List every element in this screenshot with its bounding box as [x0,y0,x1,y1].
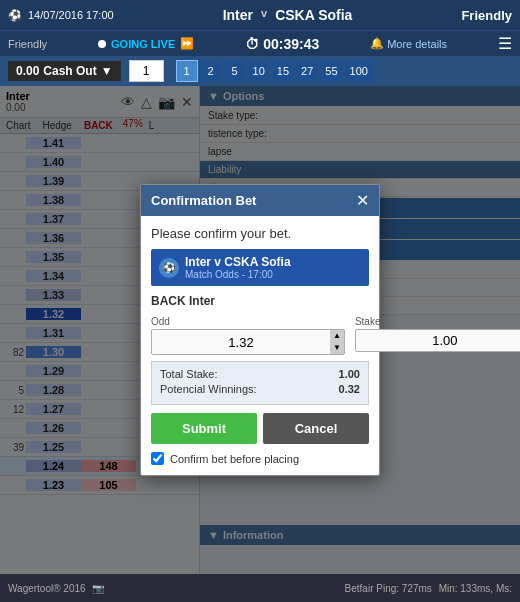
modal-title: Confirmation Bet [151,193,256,208]
cancel-button[interactable]: Cancel [263,413,369,444]
camera-status-icon[interactable]: 📷 [92,583,104,594]
match-details: Inter v CSKA Sofia Match Odds - 17:00 [185,255,291,280]
top-bar: ⚽ 14/07/2016 17:00 Inter v CSKA Sofia Fr… [0,0,520,30]
stake-label: Stake [355,316,520,327]
odd-up-button[interactable]: ▲ [330,330,344,342]
modal-close-button[interactable]: ✕ [356,191,369,210]
modal-overlay: Confirmation Bet ✕ Please confirm your b… [0,86,520,574]
toolbar: 0.00 Cash Out ▼ 1 2 5 10 15 27 55 100 [0,56,520,86]
cash-out-button[interactable]: 0.00 Cash Out ▼ [8,61,121,81]
totals-section: Total Stake: 1.00 Potencial Winnings: 0.… [151,361,369,405]
odd-down-button[interactable]: ▼ [330,342,344,354]
stake-27-button[interactable]: 27 [296,60,318,82]
match-type-area: Friendly [461,8,512,23]
total-stake-value: 1.00 [339,368,360,380]
second-bar: Friendly GOING LIVE ⏩ ⏱ 00:39:43 🔔 More … [0,30,520,56]
stake-100-button[interactable]: 100 [345,60,373,82]
match-sport-icon: ⚽ [159,258,179,278]
hamburger-icon[interactable]: ☰ [498,34,512,53]
timer-icon: ⏱ [245,36,259,52]
odd-stake-row: Odd ▲ ▼ Stake [151,316,369,355]
cash-out-label: Cash Out [43,64,96,78]
confirm-check-label: Confirm bet before placing [170,453,299,465]
calendar-icon: ⚽ [8,9,22,22]
confirm-text: Please confirm your bet. [151,226,369,241]
stake-buttons: 1 2 5 10 15 27 55 100 [176,60,373,82]
dropdown-arrow-icon: ▼ [101,64,113,78]
odd-label: Odd [151,316,345,327]
stake-1-button[interactable]: 1 [176,60,198,82]
total-stake-label: Total Stake: [160,368,217,380]
stake-field-group: Stake [355,316,520,355]
stake-5-button[interactable]: 5 [224,60,246,82]
confirm-check-input[interactable] [151,452,164,465]
total-stake-row: Total Stake: 1.00 [160,368,360,380]
confirmation-modal: Confirmation Bet ✕ Please confirm your b… [140,184,380,476]
stake-input-wrap [355,329,520,352]
bell-icon: 🔔 [370,37,384,50]
more-details-link[interactable]: 🔔 More details [370,37,447,50]
back-label: BACK Inter [151,294,369,308]
stake-2-button[interactable]: 2 [200,60,222,82]
match-name: Inter v CSKA Sofia [185,255,291,269]
stake-input[interactable] [129,60,164,82]
live-label: GOING LIVE [111,38,175,50]
cash-out-value: 0.00 [16,64,39,78]
stake-10-button[interactable]: 10 [248,60,270,82]
match-sub: Match Odds - 17:00 [185,269,291,280]
team2-name: CSKA Sofia [275,7,352,23]
min-label: Min: [439,583,458,594]
modal-header: Confirmation Bet ✕ [141,185,379,216]
match-type: Friendly [461,8,512,23]
actions-row: Submit Cancel [151,413,369,444]
date-time: 14/07/2016 17:00 [28,9,114,21]
status-right: Betfair Ping: 727ms Min: 133ms, Ms: [345,583,512,594]
brand-label: Wagertool® 2016 [8,583,86,594]
more-details-text: More details [387,38,447,50]
going-live: GOING LIVE ⏩ [98,37,194,50]
live-dot [98,40,106,48]
ping-label: Betfair Ping: [345,583,399,594]
main-content: Inter 0.00 👁 △ 📷 ✕ Chart Hedge BACK 47% … [0,86,520,574]
timer-value: 00:39:43 [263,36,319,52]
match-title: Inter v CSKA Sofia [223,7,353,23]
min-value: 133ms, Ms: [460,583,512,594]
stake-55-button[interactable]: 55 [320,60,342,82]
confirm-check-row: Confirm bet before placing [151,452,369,465]
status-bar: Wagertool® 2016 📷 Betfair Ping: 727ms Mi… [0,574,520,602]
stream-icon[interactable]: ⏩ [180,37,194,50]
odd-field-group: Odd ▲ ▼ [151,316,345,355]
potential-label: Potencial Winnings: [160,383,257,395]
modal-body: Please confirm your bet. ⚽ Inter v CSKA … [141,216,379,475]
match-info-block: ⚽ Inter v CSKA Sofia Match Odds - 17:00 [151,249,369,286]
match-timer: ⏱ 00:39:43 [245,36,319,52]
team1-name: Inter [223,7,253,23]
match-datetime: ⚽ 14/07/2016 17:00 [8,9,114,22]
submit-button[interactable]: Submit [151,413,257,444]
odd-input[interactable] [152,332,330,353]
odd-input-wrap: ▲ ▼ [151,329,345,355]
stake-input-modal[interactable] [356,330,520,351]
match-type-label: Friendly [8,38,47,50]
potential-winnings-row: Potencial Winnings: 0.32 [160,383,360,395]
stake-15-button[interactable]: 15 [272,60,294,82]
potential-value: 0.32 [339,383,360,395]
odd-spinner: ▲ ▼ [330,330,344,354]
vs-label: v [261,7,267,23]
status-left: Wagertool® 2016 📷 [8,583,104,594]
ping-value: 727ms [402,583,432,594]
